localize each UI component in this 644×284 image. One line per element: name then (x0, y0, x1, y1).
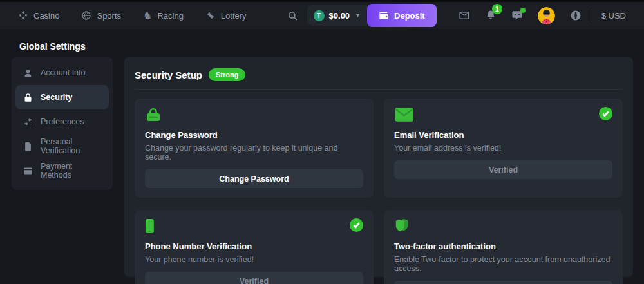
deposit-button[interactable]: Deposit (367, 4, 437, 27)
primary-nav: Casino Sports ♞ Racing Lottery (18, 10, 247, 21)
sidebar-item-label: Preferences (41, 117, 84, 126)
change-password-button[interactable]: Change Password (145, 169, 363, 188)
nav-label: Racing (157, 11, 183, 21)
smartphone-icon (145, 218, 155, 236)
search-button[interactable] (287, 10, 298, 21)
sidebar-item-payment-methods[interactable]: Payment Methods (15, 158, 109, 183)
card-title: Two-factor authentication (394, 241, 612, 251)
security-settings-panel: Security Setup Strong Change Password Ch… (124, 57, 633, 277)
email-verified-button[interactable]: Verified (394, 160, 612, 179)
currency-selector[interactable]: $ USD (601, 11, 626, 21)
tether-coin-icon: T (314, 10, 325, 21)
ticket-icon (205, 10, 216, 21)
email-verification-card: Email Verification Your email address is… (384, 99, 623, 198)
basketball-icon (81, 10, 91, 21)
card-description: Change your password regularly to keep i… (145, 144, 363, 162)
security-strength-badge: Strong (209, 68, 245, 81)
topbar-icon-group: 1 (459, 7, 582, 24)
card-title: Phone Number Verification (145, 241, 363, 251)
nav-label: Casino (33, 11, 59, 21)
chat-button[interactable] (511, 10, 523, 21)
wallet-balance-dropdown[interactable]: T $0.00 ▼ (307, 5, 367, 26)
sidebar-item-preferences[interactable]: Preferences (15, 109, 109, 134)
padlock-icon (145, 107, 162, 125)
search-icon (287, 10, 298, 21)
nav-item-lottery[interactable]: Lottery (205, 10, 247, 21)
horse-icon: ♞ (143, 10, 152, 21)
inbox-button[interactable] (459, 10, 470, 21)
panel-title: Security Setup (135, 70, 202, 80)
divider (592, 10, 592, 21)
topbar-right: T $0.00 ▼ Deposit 1 (287, 4, 626, 27)
phone-verification-card: Phone Number Verification Your phone num… (135, 210, 374, 284)
sidebar-item-label: Personal Verification (41, 137, 101, 155)
wallet-icon (379, 11, 389, 20)
phone-verified-button[interactable]: Verified (145, 272, 363, 284)
verified-check-icon (350, 218, 363, 232)
nav-label: Sports (97, 11, 121, 21)
avatar-image (538, 7, 555, 24)
id-document-icon (23, 142, 33, 151)
card-description: Enable Two-factor to protect your accoun… (394, 255, 612, 273)
nav-item-casino[interactable]: Casino (18, 10, 59, 21)
casino-icon (18, 10, 28, 21)
sidebar-item-personal-verification[interactable]: Personal Verification (15, 134, 109, 158)
sidebar-item-label: Security (41, 93, 72, 102)
mail-icon (459, 10, 470, 21)
settings-sidebar: Account Info Security Preferences Person… (12, 57, 113, 190)
card-title: Email Verification (394, 130, 612, 140)
globe-icon (570, 10, 582, 21)
two-factor-card: Two-factor authentication Enable Two-fac… (384, 210, 623, 284)
verified-check-icon (599, 107, 612, 120)
notifications-button[interactable]: 1 (485, 10, 497, 21)
top-navigation-bar: Casino Sports ♞ Racing Lottery T $0.00 ▼… (0, 2, 644, 29)
envelope-icon (394, 107, 414, 125)
card-description: Your email address is verified! (394, 144, 612, 153)
nav-item-racing[interactable]: ♞ Racing (143, 10, 184, 21)
chat-status-dot (520, 8, 526, 13)
chevron-down-icon: ▼ (355, 12, 361, 19)
sliders-icon (23, 117, 33, 127)
card-title: Change Password (145, 130, 363, 140)
double-shield-icon (394, 218, 411, 236)
nav-item-sports[interactable]: Sports (81, 10, 121, 21)
user-avatar[interactable] (538, 7, 555, 24)
page-title: Global Settings (19, 41, 86, 52)
disable-2fa-button[interactable]: Disable 2FA (394, 281, 612, 284)
sidebar-item-label: Account Info (41, 68, 86, 77)
credit-card-icon (23, 166, 33, 176)
lock-icon (23, 93, 33, 102)
balance-amount: $0.00 (329, 11, 350, 21)
card-description: Your phone number is verified! (145, 255, 363, 264)
panel-header: Security Setup Strong (135, 67, 623, 90)
sidebar-item-label: Payment Methods (41, 162, 101, 180)
deposit-label: Deposit (394, 11, 425, 21)
sidebar-item-security[interactable]: Security (15, 85, 109, 109)
sidebar-item-account-info[interactable]: Account Info (15, 61, 109, 85)
notification-count-badge: 1 (492, 4, 502, 14)
nav-label: Lottery (221, 11, 247, 21)
user-icon (23, 68, 33, 78)
change-password-card: Change Password Change your password reg… (135, 99, 374, 198)
language-button[interactable] (570, 10, 582, 21)
security-cards-grid: Change Password Change your password reg… (135, 99, 623, 284)
